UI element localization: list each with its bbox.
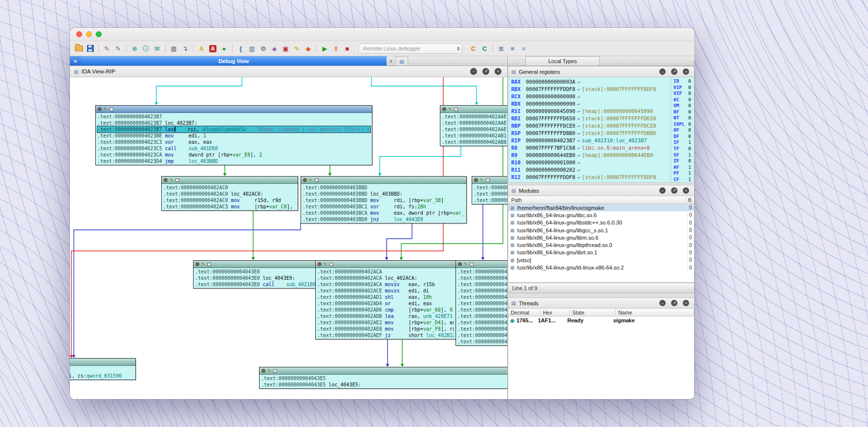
jump-to-address-icon[interactable]: ↵ [577,86,580,93]
node-color-icon[interactable] [318,262,322,266]
jump-to-address-icon[interactable]: ↵ [577,100,580,108]
register-value[interactable]: 00007FFFFFFFDCE0 [526,122,575,130]
block-header[interactable]: ✎ [70,359,135,366]
asm-line[interactable]: .text:0000000000 [474,184,507,191]
register-value[interactable]: 00007FFFFFFFD650 [526,115,575,122]
flag-value[interactable]: 1 [688,164,691,171]
close-window-button[interactable] [76,31,82,37]
asm-line[interactable]: .text:0000000000402ACE movzx edi, di [317,288,454,294]
asm-line[interactable]: .text:000000000040 [457,281,507,288]
asm-line[interactable]: .text:0000000000402AEF jz short loc_402B… [317,332,454,338]
module-row[interactable]: ▦/home/henri/flair84/bin/linux/sigmake0 [508,204,694,211]
restore-button[interactable]: ↗ [482,68,489,75]
node-group-icon[interactable] [207,263,211,266]
graph-node-clipped-right-1[interactable]: ✎.text:0000000000.text:0000000000.text:0… [472,176,507,204]
register-value[interactable]: 00007FFFFFFFDBB0 [526,130,575,137]
register-value[interactable]: 00007FFFF7BF1C68 [526,144,575,152]
window-titlebar[interactable] [70,28,694,41]
close-button[interactable]: × [683,187,689,194]
threads-list[interactable]: ◉1765...1AF1...Readysigmake [508,316,694,399]
node-edit-icon[interactable]: ✎ [309,178,313,182]
minimize-button[interactable]: – [659,187,666,194]
mail-icon[interactable]: ✉ [152,44,162,54]
graph-node-402ACA[interactable]: ✎.text:0000000000402ACA.text:00000000004… [315,260,456,339]
module-row[interactable]: ▦/usr/lib/x86_64-linux-gnu/libstdc++.so.… [508,219,694,226]
register-row[interactable]: RSI0000000000645090↵[heap]:0000000000645… [511,108,671,115]
register-row[interactable]: RSP00007FFFFFFFDBB0↵[stack]:00007FFFFFFF… [511,130,671,137]
gear-icon[interactable]: ⚙ [258,44,268,54]
asm-line[interactable]: .text:00000000004023CA mov dword ptr [rb… [97,152,370,158]
graph-node-4043E0[interactable]: ✎.text:00000000004043E0.text:00000000004… [193,260,317,289]
asm-line[interactable]: .text:000000000040 [457,288,507,294]
asm-line[interactable]: .text:000000000040 [457,313,507,319]
asm-line[interactable]: .text:00000000004023D4 jmp loc_403BBD [97,158,370,164]
flag-value[interactable]: 1 [688,177,691,183]
register-row[interactable]: RIP00000000004023B7↵sub_402310:loc_4023B… [511,137,671,144]
flag-value[interactable]: 0 [688,97,691,103]
tab-stub[interactable]: ▤ [395,57,408,66]
tab-local-types[interactable]: Local Types [525,56,600,66]
graph-node-4023B7[interactable]: ✎.text:00000000004023B7.text:00000000004… [95,105,372,165]
open-file-icon[interactable] [74,44,84,54]
graph-node-clipped-left[interactable]: ✎.text:0000000000402B12 mov rsi, cs:qwor… [70,358,136,380]
asm-line[interactable]: .text:000000000040 [457,338,507,345]
flag-row[interactable]: CF1 [673,177,691,183]
asm-line[interactable]: .text:0000000000402ADB lea rax, unk_428E… [317,313,454,319]
flag-value[interactable]: 0 [688,90,691,97]
asm-line[interactable]: .text:0000000000403BC1 xor rdi, fs:28h [303,203,465,210]
flag-row[interactable]: VM0 [673,103,691,109]
flag-value[interactable]: 0 [688,127,691,134]
asm-line[interactable]: .text:0000000000402AC3 mov [rbp+var_C8],… [163,203,296,210]
register-value[interactable]: 0000000000645090 [526,108,575,115]
asm-line[interactable]: .text:0000000000402ACA [317,269,454,275]
module-row[interactable]: ▦/usr/lib/x86_64-linux-gnu/libm.so.60 [508,234,694,241]
threads-column-header[interactable]: Decimal Hex State Name [508,309,694,316]
register-row[interactable]: R100000000000001000↵ [511,159,671,166]
column-path[interactable]: Path [508,197,686,203]
info-icon[interactable]: ⓘ [141,44,151,54]
module-row[interactable]: ▦/usr/lib/x86_64-linux-gnu/ld-linux-x86-… [508,264,694,271]
jump-to-address-icon[interactable]: ↵ [577,122,580,130]
source-c-icon[interactable]: C [468,44,478,54]
flag-value[interactable]: 0 [688,146,691,152]
ascii-strings-icon[interactable]: A [209,45,217,52]
register-row[interactable]: R1300007FFFFFFFDDE8↵[stack]:00007FFFFFFF… [511,181,671,182]
register-value[interactable]: 0000000000000000 [526,100,575,108]
asm-line[interactable]: .text:00000000004023C5 call sub_401E60 [97,145,370,152]
graph-node-4043E5[interactable]: ✎.text:00000000004043E5.text:00000000004… [259,367,507,389]
asm-line[interactable]: .text:00000000004023B7 lea rsi, aUsageSi… [97,126,370,133]
column-decimal[interactable]: Decimal [508,309,541,316]
register-row[interactable]: RBP00007FFFFFFFDCE0↵[stack]:00007FFFFFFF… [511,122,671,130]
block-header[interactable]: ✎ [162,177,298,184]
graph-node-clipped-right-2[interactable]: ✎.text:000000000040.text:000000000040.te… [456,260,507,346]
restore-button[interactable]: ↗ [671,300,677,306]
asm-line[interactable]: .text:00000000004043E0 [195,269,315,275]
jump-to-address-icon[interactable]: ↵ [577,159,580,166]
grid-icon[interactable]: ▦ [169,44,179,54]
asm-line[interactable]: .text:00000000004023B7 [97,113,370,120]
asm-line[interactable]: .text:0000000000 [474,191,507,197]
flag-row[interactable]: RF0 [673,109,691,115]
source-c2-icon[interactable]: C [479,44,490,54]
asm-line[interactable]: .text:000000000040 [457,294,507,300]
asm-line[interactable]: .text:0000000000 [474,197,507,203]
asm-line[interactable]: .text:000000000040 [457,307,507,313]
node-edit-icon[interactable]: ✎ [448,107,452,112]
asm-line[interactable]: .text:0000000000402AAE [442,113,507,120]
asm-line[interactable]: .text:0000000000402ACA loc_402ACA: [317,275,454,281]
flag-row[interactable]: ZF0 [673,158,691,164]
asm-line[interactable]: .text:00000000004023C3 xor eax, eax [97,139,370,145]
flag-row[interactable]: AF1 [673,164,691,171]
module-row[interactable]: ▦/usr/lib/x86_64-linux-gnu/libpthread.so… [508,241,694,248]
node-edit-icon[interactable]: ✎ [267,369,271,373]
register-value[interactable]: 00007FFFFFFFDDF8 [526,174,575,181]
jump-to-address-icon[interactable]: ↵ [577,115,580,122]
node-color-icon[interactable] [474,178,478,182]
asm-line[interactable]: .text:00000000004023BE mov edi, 1 [97,133,370,139]
close-button[interactable]: × [495,68,501,75]
jump-to-address-icon[interactable]: ↵ [577,152,580,159]
node-group-icon[interactable] [315,179,319,182]
minimize-button[interactable]: – [659,300,666,306]
module-row[interactable]: ▦/usr/lib/x86_64-linux-gnu/libgcc_s.so.1… [508,226,694,234]
run-icon[interactable]: ▶ [320,44,330,54]
